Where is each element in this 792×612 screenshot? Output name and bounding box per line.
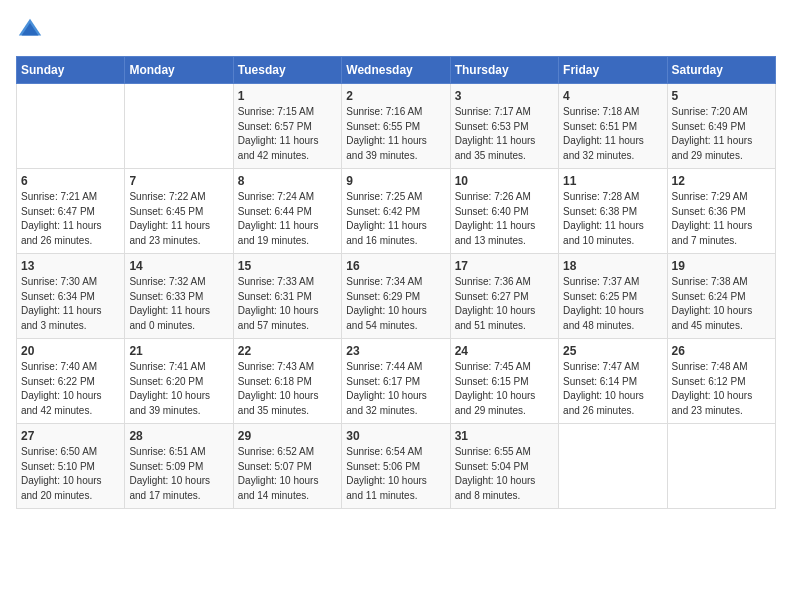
calendar-cell: 20Sunrise: 7:40 AMSunset: 6:22 PMDayligh…	[17, 339, 125, 424]
day-info: Sunrise: 6:54 AMSunset: 5:06 PMDaylight:…	[346, 445, 445, 503]
day-number: 7	[129, 174, 228, 188]
day-number: 12	[672, 174, 771, 188]
day-info: Sunrise: 7:21 AMSunset: 6:47 PMDaylight:…	[21, 190, 120, 248]
day-info: Sunrise: 6:50 AMSunset: 5:10 PMDaylight:…	[21, 445, 120, 503]
day-number: 21	[129, 344, 228, 358]
calendar-cell: 8Sunrise: 7:24 AMSunset: 6:44 PMDaylight…	[233, 169, 341, 254]
day-info: Sunrise: 7:41 AMSunset: 6:20 PMDaylight:…	[129, 360, 228, 418]
day-info: Sunrise: 6:55 AMSunset: 5:04 PMDaylight:…	[455, 445, 554, 503]
day-number: 4	[563, 89, 662, 103]
day-number: 16	[346, 259, 445, 273]
day-header-sunday: Sunday	[17, 57, 125, 84]
page-header	[16, 16, 776, 44]
day-number: 29	[238, 429, 337, 443]
logo	[16, 16, 48, 44]
day-number: 1	[238, 89, 337, 103]
day-number: 8	[238, 174, 337, 188]
day-number: 30	[346, 429, 445, 443]
day-info: Sunrise: 7:17 AMSunset: 6:53 PMDaylight:…	[455, 105, 554, 163]
calendar-cell: 2Sunrise: 7:16 AMSunset: 6:55 PMDaylight…	[342, 84, 450, 169]
day-info: Sunrise: 7:26 AMSunset: 6:40 PMDaylight:…	[455, 190, 554, 248]
day-number: 5	[672, 89, 771, 103]
calendar-cell	[17, 84, 125, 169]
day-info: Sunrise: 7:37 AMSunset: 6:25 PMDaylight:…	[563, 275, 662, 333]
calendar-cell: 23Sunrise: 7:44 AMSunset: 6:17 PMDayligh…	[342, 339, 450, 424]
day-number: 15	[238, 259, 337, 273]
day-info: Sunrise: 7:25 AMSunset: 6:42 PMDaylight:…	[346, 190, 445, 248]
day-info: Sunrise: 7:29 AMSunset: 6:36 PMDaylight:…	[672, 190, 771, 248]
day-number: 14	[129, 259, 228, 273]
day-header-thursday: Thursday	[450, 57, 558, 84]
day-info: Sunrise: 6:51 AMSunset: 5:09 PMDaylight:…	[129, 445, 228, 503]
calendar-cell: 14Sunrise: 7:32 AMSunset: 6:33 PMDayligh…	[125, 254, 233, 339]
day-number: 26	[672, 344, 771, 358]
day-info: Sunrise: 7:24 AMSunset: 6:44 PMDaylight:…	[238, 190, 337, 248]
calendar-cell: 29Sunrise: 6:52 AMSunset: 5:07 PMDayligh…	[233, 424, 341, 509]
day-number: 19	[672, 259, 771, 273]
calendar-cell: 4Sunrise: 7:18 AMSunset: 6:51 PMDaylight…	[559, 84, 667, 169]
day-info: Sunrise: 7:32 AMSunset: 6:33 PMDaylight:…	[129, 275, 228, 333]
day-info: Sunrise: 7:28 AMSunset: 6:38 PMDaylight:…	[563, 190, 662, 248]
day-number: 18	[563, 259, 662, 273]
day-info: Sunrise: 7:38 AMSunset: 6:24 PMDaylight:…	[672, 275, 771, 333]
calendar-cell: 31Sunrise: 6:55 AMSunset: 5:04 PMDayligh…	[450, 424, 558, 509]
day-info: Sunrise: 7:34 AMSunset: 6:29 PMDaylight:…	[346, 275, 445, 333]
calendar-cell: 22Sunrise: 7:43 AMSunset: 6:18 PMDayligh…	[233, 339, 341, 424]
calendar-cell: 1Sunrise: 7:15 AMSunset: 6:57 PMDaylight…	[233, 84, 341, 169]
calendar-header-row: SundayMondayTuesdayWednesdayThursdayFrid…	[17, 57, 776, 84]
calendar-week-row: 20Sunrise: 7:40 AMSunset: 6:22 PMDayligh…	[17, 339, 776, 424]
calendar-cell: 7Sunrise: 7:22 AMSunset: 6:45 PMDaylight…	[125, 169, 233, 254]
day-info: Sunrise: 7:45 AMSunset: 6:15 PMDaylight:…	[455, 360, 554, 418]
calendar-cell: 17Sunrise: 7:36 AMSunset: 6:27 PMDayligh…	[450, 254, 558, 339]
day-info: Sunrise: 7:15 AMSunset: 6:57 PMDaylight:…	[238, 105, 337, 163]
calendar-cell: 26Sunrise: 7:48 AMSunset: 6:12 PMDayligh…	[667, 339, 775, 424]
calendar-cell: 11Sunrise: 7:28 AMSunset: 6:38 PMDayligh…	[559, 169, 667, 254]
calendar-cell: 19Sunrise: 7:38 AMSunset: 6:24 PMDayligh…	[667, 254, 775, 339]
day-info: Sunrise: 7:43 AMSunset: 6:18 PMDaylight:…	[238, 360, 337, 418]
day-header-saturday: Saturday	[667, 57, 775, 84]
day-info: Sunrise: 7:20 AMSunset: 6:49 PMDaylight:…	[672, 105, 771, 163]
calendar-cell: 28Sunrise: 6:51 AMSunset: 5:09 PMDayligh…	[125, 424, 233, 509]
calendar-cell: 15Sunrise: 7:33 AMSunset: 6:31 PMDayligh…	[233, 254, 341, 339]
calendar-table: SundayMondayTuesdayWednesdayThursdayFrid…	[16, 56, 776, 509]
calendar-cell: 18Sunrise: 7:37 AMSunset: 6:25 PMDayligh…	[559, 254, 667, 339]
calendar-cell	[559, 424, 667, 509]
day-number: 3	[455, 89, 554, 103]
day-info: Sunrise: 7:47 AMSunset: 6:14 PMDaylight:…	[563, 360, 662, 418]
calendar-cell: 3Sunrise: 7:17 AMSunset: 6:53 PMDaylight…	[450, 84, 558, 169]
calendar-cell	[667, 424, 775, 509]
calendar-cell: 24Sunrise: 7:45 AMSunset: 6:15 PMDayligh…	[450, 339, 558, 424]
calendar-cell: 12Sunrise: 7:29 AMSunset: 6:36 PMDayligh…	[667, 169, 775, 254]
day-info: Sunrise: 7:48 AMSunset: 6:12 PMDaylight:…	[672, 360, 771, 418]
day-number: 10	[455, 174, 554, 188]
day-number: 24	[455, 344, 554, 358]
day-number: 11	[563, 174, 662, 188]
calendar-week-row: 13Sunrise: 7:30 AMSunset: 6:34 PMDayligh…	[17, 254, 776, 339]
calendar-cell: 25Sunrise: 7:47 AMSunset: 6:14 PMDayligh…	[559, 339, 667, 424]
day-info: Sunrise: 7:40 AMSunset: 6:22 PMDaylight:…	[21, 360, 120, 418]
day-info: Sunrise: 7:16 AMSunset: 6:55 PMDaylight:…	[346, 105, 445, 163]
day-number: 6	[21, 174, 120, 188]
day-info: Sunrise: 6:52 AMSunset: 5:07 PMDaylight:…	[238, 445, 337, 503]
calendar-cell: 30Sunrise: 6:54 AMSunset: 5:06 PMDayligh…	[342, 424, 450, 509]
calendar-week-row: 6Sunrise: 7:21 AMSunset: 6:47 PMDaylight…	[17, 169, 776, 254]
day-number: 17	[455, 259, 554, 273]
day-number: 23	[346, 344, 445, 358]
day-number: 13	[21, 259, 120, 273]
day-header-friday: Friday	[559, 57, 667, 84]
calendar-cell	[125, 84, 233, 169]
day-info: Sunrise: 7:18 AMSunset: 6:51 PMDaylight:…	[563, 105, 662, 163]
day-info: Sunrise: 7:33 AMSunset: 6:31 PMDaylight:…	[238, 275, 337, 333]
day-number: 25	[563, 344, 662, 358]
day-info: Sunrise: 7:30 AMSunset: 6:34 PMDaylight:…	[21, 275, 120, 333]
day-info: Sunrise: 7:44 AMSunset: 6:17 PMDaylight:…	[346, 360, 445, 418]
calendar-cell: 6Sunrise: 7:21 AMSunset: 6:47 PMDaylight…	[17, 169, 125, 254]
calendar-cell: 9Sunrise: 7:25 AMSunset: 6:42 PMDaylight…	[342, 169, 450, 254]
day-number: 20	[21, 344, 120, 358]
calendar-cell: 21Sunrise: 7:41 AMSunset: 6:20 PMDayligh…	[125, 339, 233, 424]
day-header-monday: Monday	[125, 57, 233, 84]
day-number: 22	[238, 344, 337, 358]
logo-icon	[16, 16, 44, 44]
calendar-cell: 16Sunrise: 7:34 AMSunset: 6:29 PMDayligh…	[342, 254, 450, 339]
day-number: 27	[21, 429, 120, 443]
